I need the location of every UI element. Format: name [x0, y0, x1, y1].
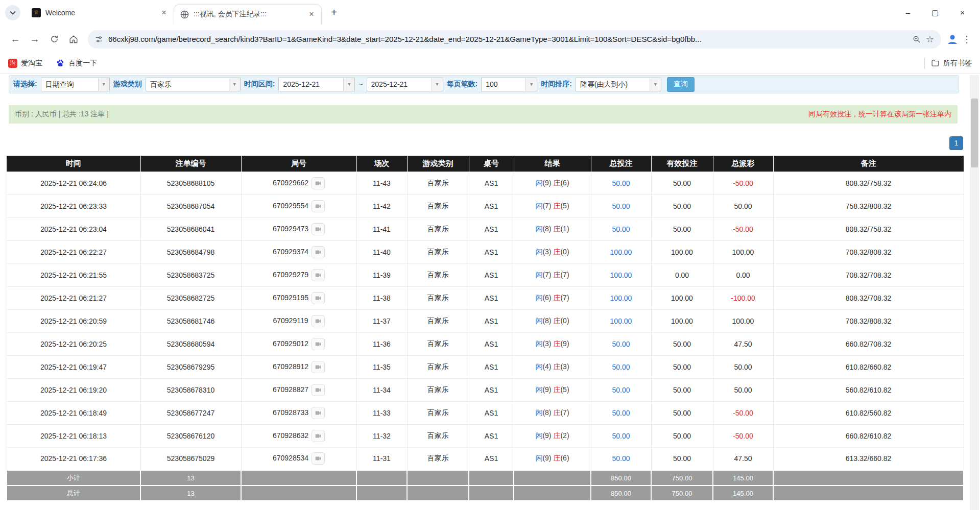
cell-round: 670929554 — [241, 195, 356, 217]
cell-payout: 47.50 — [713, 447, 773, 470]
round-video-icon[interactable] — [312, 430, 325, 442]
cell-result: 闲(8) 庄(7) — [514, 401, 591, 424]
all-bookmarks[interactable]: 所有书签 — [931, 59, 972, 68]
round-video-icon[interactable] — [312, 361, 325, 373]
table-header-row: 时间 注单编号 局号 场次 游戏类别 桌号 结果 总投注 有效投注 总派彩 备注 — [7, 156, 964, 172]
forward-button[interactable]: → — [26, 30, 44, 48]
url-bar[interactable]: 66cxkj98.com/game/betrecord_search/kind3… — [88, 30, 941, 48]
sort-select[interactable]: 降幂(由大到小) ▼ — [576, 78, 661, 91]
cell-time: 2025-12-21 06:18:13 — [7, 424, 140, 447]
cell-time: 2025-12-21 06:22:27 — [7, 240, 140, 263]
cell-remark: 610.82/660.82 — [773, 355, 964, 378]
close-tab-icon[interactable]: × — [159, 8, 169, 17]
round-video-icon[interactable] — [312, 200, 325, 212]
cell-remark: 808.32/758.32 — [773, 172, 964, 195]
round-video-icon[interactable] — [312, 246, 325, 258]
cell-payout: -50.00 — [713, 401, 773, 424]
cell-session: 11-31 — [356, 447, 407, 470]
summary-session — [356, 470, 407, 485]
cell-time: 2025-12-21 06:21:27 — [7, 286, 140, 309]
cell-payout: 50.00 — [713, 355, 773, 378]
round-video-icon[interactable] — [312, 452, 325, 465]
scrollbar-thumb[interactable] — [971, 99, 978, 167]
round-video-icon[interactable] — [312, 269, 325, 281]
cell-valid-bet: 50.00 — [651, 195, 713, 217]
home-button[interactable] — [64, 30, 83, 48]
cell-valid-bet: 50.00 — [651, 401, 713, 424]
table-row: 2025-12-21 06:23:04523058686041670929473… — [7, 217, 964, 240]
summary-count: 13 — [140, 470, 241, 485]
chevron-down-icon: ▼ — [229, 78, 240, 91]
close-window-button[interactable]: × — [960, 8, 965, 17]
date-start-select[interactable]: 2025-12-21 ▼ — [278, 78, 355, 91]
cell-round: 670929662 — [241, 172, 356, 195]
cell-session: 11-40 — [356, 240, 407, 263]
back-button[interactable]: ← — [6, 30, 25, 48]
tab-welcome[interactable]: ♕ Welcome × — [26, 3, 174, 22]
bookmark-baidu[interactable]: 百度一下 — [56, 59, 97, 68]
table-row: 2025-12-21 06:21:27523058682725670929195… — [7, 286, 964, 309]
round-video-icon[interactable] — [312, 177, 325, 189]
cell-game-type: 百家乐 — [407, 378, 469, 401]
game-type-select[interactable]: 百家乐 ▼ — [146, 78, 241, 91]
cell-total-bet: 100.00 — [591, 263, 651, 286]
cell-total-bet: 50.00 — [591, 195, 651, 217]
cell-session: 11-43 — [356, 172, 407, 195]
folder-icon — [931, 59, 940, 67]
summary-row: 总计13850.00750.00145.00 — [7, 485, 964, 501]
round-video-icon[interactable] — [312, 407, 325, 419]
all-bookmarks-label: 所有书签 — [943, 59, 972, 68]
bookmark-star-icon[interactable]: ☆ — [926, 34, 934, 45]
cell-game-type: 百家乐 — [407, 424, 469, 447]
round-video-icon[interactable] — [312, 384, 325, 396]
minimize-button[interactable]: – — [906, 8, 910, 17]
cell-table-no: AS1 — [469, 263, 514, 286]
cell-bet-id: 523058679295 — [140, 355, 241, 378]
cell-valid-bet: 0.00 — [651, 263, 713, 286]
cell-session: 11-41 — [356, 217, 407, 240]
page-1-button[interactable]: 1 — [949, 136, 963, 150]
new-tab-button[interactable]: + — [327, 6, 341, 20]
cell-time: 2025-12-21 06:19:20 — [7, 378, 140, 401]
search-button[interactable]: 查询 — [667, 77, 695, 92]
url-text[interactable]: 66cxkj98.com/game/betrecord_search/kind3… — [108, 35, 907, 43]
cell-payout: 100.00 — [713, 309, 773, 332]
site-settings-icon[interactable] — [95, 35, 103, 43]
round-video-icon[interactable] — [312, 292, 325, 304]
round-video-icon[interactable] — [312, 315, 325, 327]
summary-valid-bet: 750.00 — [651, 485, 713, 501]
cell-game-type: 百家乐 — [407, 447, 469, 470]
reload-button[interactable] — [45, 30, 63, 48]
close-tab-icon[interactable]: × — [307, 10, 316, 19]
cell-session: 11-42 — [356, 195, 407, 217]
cell-remark: 708.32/808.32 — [773, 240, 964, 263]
cell-result: 闲(9) 庄(6) — [514, 447, 591, 470]
bookmarks-divider — [924, 58, 925, 68]
cell-table-no: AS1 — [469, 172, 514, 195]
header-table-no: 桌号 — [469, 156, 514, 172]
bookmark-taobao[interactable]: 淘 爱淘宝 — [8, 59, 42, 68]
cell-session: 11-34 — [356, 378, 407, 401]
pagination: 1 — [6, 136, 963, 151]
profile-avatar[interactable] — [946, 33, 959, 45]
tab-betrecord[interactable]: :::视讯, 会员下注纪录::: × — [174, 4, 322, 25]
round-video-icon[interactable] — [312, 223, 325, 235]
cell-table-no: AS1 — [469, 240, 514, 263]
chevron-down-icon: ▼ — [98, 78, 109, 91]
date-end-select[interactable]: 2025-12-21 ▼ — [367, 78, 443, 91]
cell-table-no: AS1 — [469, 309, 514, 332]
maximize-button[interactable]: ▢ — [931, 8, 939, 17]
cell-session: 11-39 — [356, 263, 407, 286]
query-type-select[interactable]: 日期查询 ▼ — [41, 78, 110, 91]
summary-total-bet: 850.00 — [591, 470, 651, 485]
page-size-select[interactable]: 100 ▼ — [481, 78, 537, 91]
cell-payout: -50.00 — [713, 172, 773, 195]
round-video-icon[interactable] — [312, 338, 325, 350]
cell-game-type: 百家乐 — [407, 195, 469, 217]
cell-total-bet: 100.00 — [591, 286, 651, 309]
browser-menu-icon[interactable]: ⋮ — [960, 34, 974, 45]
page-scrollbar[interactable] — [970, 75, 979, 510]
summary-total-bet: 850.00 — [591, 485, 651, 501]
tab-search-button[interactable] — [5, 5, 20, 20]
zoom-icon[interactable] — [913, 35, 921, 43]
